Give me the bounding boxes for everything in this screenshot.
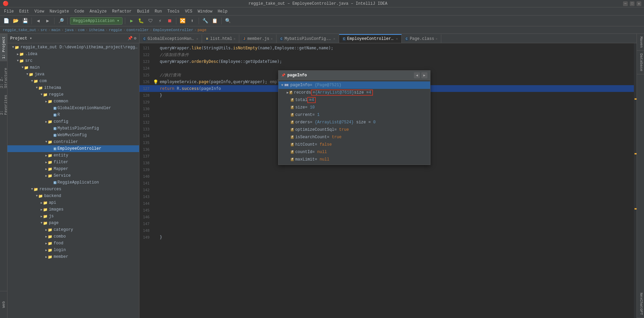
debug-row[interactable]: fmaxLimit = null [279, 156, 430, 163]
debug-nav-forward[interactable]: ▶ [421, 72, 427, 78]
menu-item-run[interactable]: Run [152, 7, 165, 16]
tree-item[interactable]: ▼📁reggie [7, 91, 139, 98]
bc-root[interactable]: reggie_take_out [3, 28, 36, 32]
menu-item-view[interactable]: View [32, 7, 47, 16]
toolbar-save[interactable]: 💾 [21, 17, 29, 25]
tree-item[interactable]: ▶📁Mapper [7, 166, 139, 172]
toolbar-find-action[interactable]: 🔍 [224, 17, 232, 25]
debug-tree[interactable]: ▼oopageInfo = {Page@7521}▶frecords = {Ar… [279, 80, 430, 165]
right-nexchat[interactable]: NexChatGPT [637, 290, 644, 318]
project-tree[interactable]: ▼📁reggie_take_out D:\develop\itheima_pro… [7, 43, 139, 318]
strip-favorites[interactable]: 2: Favorites [0, 88, 7, 115]
tab-t4[interactable]: C MybatisPlusConfig.java ✕ [276, 34, 339, 43]
tree-item[interactable]: ▼📁resources [7, 186, 139, 193]
tree-item[interactable]: CGlobalExceptionHandler [7, 105, 139, 112]
tree-item[interactable]: ▶📁login [7, 247, 139, 253]
menu-item-help[interactable]: Help [215, 7, 230, 16]
minimize-button[interactable]: — [623, 1, 628, 6]
toolbar-settings[interactable]: 🔧 [201, 17, 209, 25]
tab-close[interactable]: ✕ [396, 37, 398, 41]
strip-web[interactable]: Web [0, 291, 7, 318]
tab-t2[interactable]: H list.html ✕ [202, 34, 239, 43]
tree-item[interactable]: ▶📁member [7, 253, 139, 260]
menu-item-analyze[interactable]: Analyze [87, 7, 109, 16]
debug-row[interactable]: forders = {ArrayList@7524} size = 0 [279, 119, 430, 126]
tree-item[interactable]: ▶📁config [7, 118, 139, 125]
tree-item[interactable]: ▼📁main [7, 64, 139, 71]
tree-item[interactable]: ▼📁itheima [7, 84, 139, 91]
toolbar-forward[interactable]: ▶ [44, 17, 52, 25]
tree-item[interactable]: ▶📁api [7, 199, 139, 206]
debug-row[interactable]: fhitCount = false [279, 141, 430, 148]
tree-item[interactable]: CWebMvcConfig [7, 132, 139, 139]
menu-item-code[interactable]: Code [72, 7, 87, 16]
tree-item[interactable]: ▶📁food [7, 240, 139, 247]
tree-item[interactable]: CR [7, 112, 139, 118]
stop-button[interactable]: ⏹ [165, 17, 174, 25]
scrollbar-track[interactable] [634, 43, 637, 318]
debug-row[interactable]: fcountId = null [279, 148, 430, 156]
profile-button[interactable]: ⚡ [156, 17, 164, 25]
run-button[interactable]: ▶ [128, 17, 136, 25]
debug-row[interactable]: foptimizeCountSql = true [279, 126, 430, 133]
tree-item[interactable]: ▶📁Service [7, 172, 139, 179]
tree-item[interactable]: ▼📁src [7, 57, 139, 64]
toolbar-new[interactable]: 📄 [2, 17, 10, 25]
tree-item[interactable]: ▶📁filter [7, 159, 139, 166]
menu-item-build[interactable]: Build [134, 7, 152, 16]
tab-t3[interactable]: J member.js ✕ [239, 34, 276, 43]
tree-item[interactable]: ▶📁images [7, 206, 139, 213]
tab-t1[interactable]: C GlobalExceptionHandler.java ✕ [139, 34, 202, 43]
coverage-button[interactable]: 🛡 [147, 17, 155, 25]
tree-item[interactable]: ▼📁page [7, 220, 139, 226]
menu-item-tools[interactable]: Tools [165, 7, 182, 16]
menu-item-navigate[interactable]: Navigate [47, 7, 72, 16]
tree-item[interactable]: ▼📁backend [7, 193, 139, 199]
run-config-selector[interactable]: ReggieApplication ▾ [70, 17, 123, 25]
tree-item[interactable]: ▼📁reggie_take_out D:\develop\itheima_pro… [7, 44, 139, 51]
toolbar-tasks[interactable]: 📋 [211, 17, 219, 25]
tree-item[interactable]: ▶📁js [7, 213, 139, 220]
toolbar-push[interactable]: ⬆ [188, 17, 196, 25]
strip-structure[interactable]: 2: Z-Structure [0, 61, 7, 88]
bc-employeecontroller[interactable]: EmployeeController [153, 28, 193, 32]
tree-item[interactable]: ▶📁entity [7, 152, 139, 159]
bc-reggie[interactable]: reggie [109, 28, 122, 32]
project-pin-icon[interactable]: 📌 [128, 36, 133, 41]
bc-com[interactable]: com [78, 28, 85, 32]
tree-item[interactable]: CMybatisPlusConfig [7, 125, 139, 132]
right-maven[interactable]: Maven [637, 34, 644, 51]
bc-src[interactable]: src [41, 28, 47, 32]
maximize-button[interactable]: □ [630, 1, 635, 6]
toolbar-git[interactable]: 🔀 [179, 17, 187, 25]
tab-close[interactable]: ✕ [196, 37, 198, 41]
debug-row[interactable]: fisSearchCount = true [279, 133, 430, 141]
tree-item[interactable]: ▶📁.idea [7, 51, 139, 57]
tree-item[interactable]: CEmployeeController [7, 145, 139, 152]
menu-item-window[interactable]: Window [195, 7, 215, 16]
tree-item[interactable]: ▶📁category [7, 226, 139, 233]
tab-close[interactable]: ✕ [436, 37, 438, 41]
tab-close[interactable]: ✕ [234, 37, 236, 41]
tab-close[interactable]: ✕ [271, 37, 273, 41]
debug-row[interactable]: fcurrent = 1 [279, 111, 430, 119]
strip-project[interactable]: 1: Project [0, 34, 7, 61]
debug-row[interactable]: ▼oopageInfo = {Page@7521} [279, 81, 430, 89]
toolbar-search[interactable]: 🔎 [57, 17, 65, 25]
menu-item-vcs[interactable]: VCS [182, 7, 195, 16]
tab-t6[interactable]: C Page.class ✕ [402, 34, 441, 43]
right-database[interactable]: Database [637, 51, 644, 74]
menu-item-file[interactable]: File [1, 7, 17, 16]
tab-close[interactable]: ✕ [333, 37, 335, 41]
tab-t5[interactable]: C EmployeeController.java ✕ [339, 34, 402, 43]
debug-nav-back[interactable]: ◀ [414, 72, 420, 78]
tree-item[interactable]: ▼📁java [7, 71, 139, 78]
menu-item-refactor[interactable]: Refactor [109, 7, 134, 16]
close-button[interactable]: ✕ [637, 1, 641, 6]
debug-pin-icon[interactable]: 📌 [281, 73, 285, 77]
tree-item[interactable]: ▼📁com [7, 78, 139, 84]
debug-row[interactable]: ftotal = 4 [279, 96, 430, 104]
toolbar-open[interactable]: 📂 [12, 17, 20, 25]
tree-item[interactable]: ▶📁combo [7, 233, 139, 240]
bc-java[interactable]: java [65, 28, 73, 32]
